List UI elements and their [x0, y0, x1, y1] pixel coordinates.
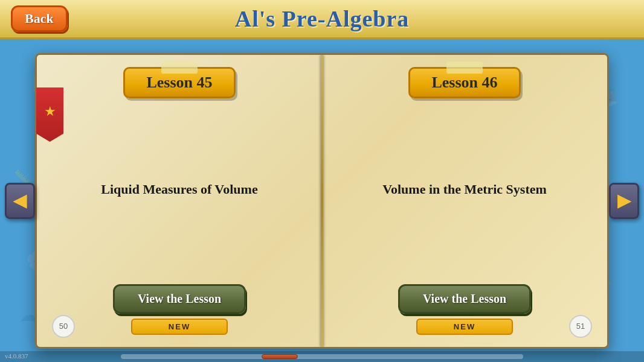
lesson-46-banner: Lesson 46: [408, 67, 520, 98]
scrollbar-track[interactable]: [121, 354, 523, 359]
header: Back Al's Pre-Algebra: [0, 0, 644, 39]
view-lesson-45-button[interactable]: View the Lesson: [113, 284, 246, 314]
bookmark: ★: [36, 87, 63, 142]
page-divider: [321, 55, 323, 347]
lesson-45-subtitle: Liquid Measures of Volume: [101, 116, 257, 263]
lesson-page-left: Lesson 45 Liquid Measures of Volume View…: [37, 55, 322, 347]
right-arrow-icon: ▶: [617, 191, 631, 211]
star-icon: ★: [44, 104, 56, 119]
scrollbar-thumb[interactable]: [262, 354, 298, 359]
scrollbar-container: [0, 351, 644, 362]
left-arrow-icon: ◀: [13, 191, 27, 211]
lesson-45-title: Lesson 45: [146, 74, 212, 91]
notebook: Lesson 45 Liquid Measures of Volume View…: [35, 53, 609, 349]
prev-arrow-button[interactable]: ◀: [5, 183, 35, 219]
lesson-46-subtitle: Volume in the Metric System: [382, 116, 547, 263]
next-arrow-button[interactable]: ▶: [609, 183, 639, 219]
page-title: Al's Pre-Algebra: [235, 5, 410, 32]
lesson-46-title: Lesson 46: [431, 74, 497, 91]
page-number-51: 51: [569, 315, 592, 338]
page-number-50: 50: [52, 315, 75, 338]
lesson-46-new-badge: NEW: [416, 319, 513, 335]
back-button[interactable]: Back: [11, 5, 68, 32]
view-lesson-46-button[interactable]: View the Lesson: [398, 284, 531, 314]
lesson-page-right: Lesson 46 Volume in the Metric System Vi…: [322, 55, 607, 347]
lesson-45-new-badge: NEW: [131, 319, 228, 335]
lesson-45-banner: Lesson 45: [123, 67, 235, 98]
main-content: ◀ ★ Lesson 45 Liquid Measures of Volume …: [0, 39, 644, 362]
